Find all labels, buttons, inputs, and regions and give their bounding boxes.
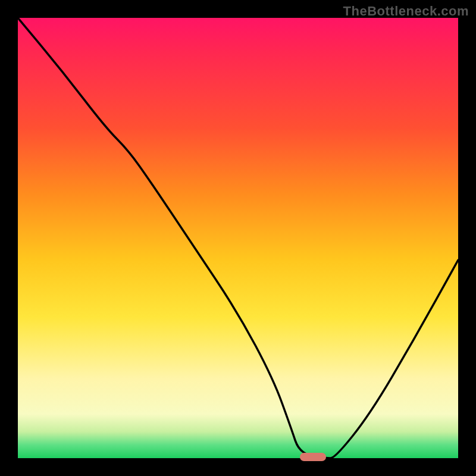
bottleneck-curve-path	[18, 18, 458, 458]
chart-frame: TheBottleneck.com	[0, 0, 476, 476]
plot-area	[18, 18, 458, 458]
optimum-marker	[300, 453, 326, 461]
watermark-text: TheBottleneck.com	[343, 4, 469, 19]
curve-svg	[18, 18, 458, 458]
